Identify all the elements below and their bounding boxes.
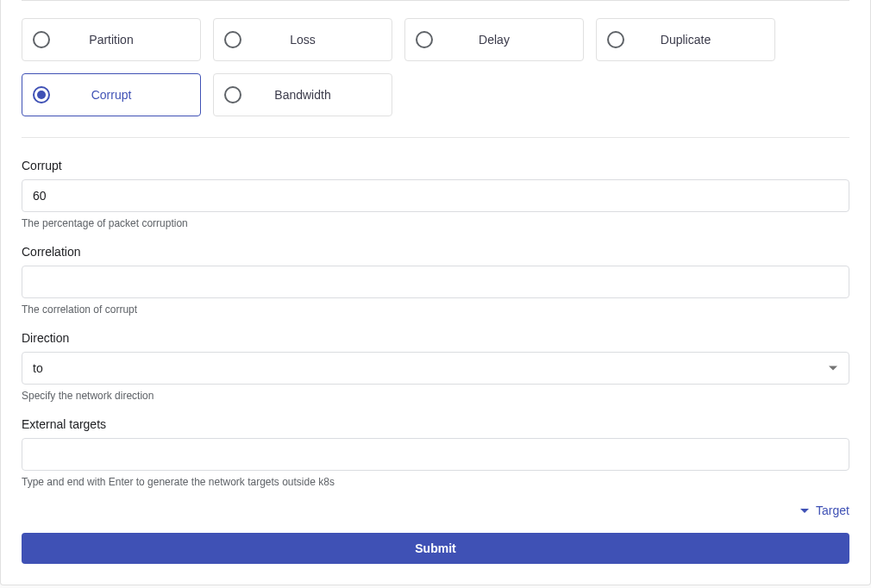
- action-option-label: Partition: [50, 33, 190, 47]
- action-radio-group: Partition Loss Delay Duplicate Corrupt B…: [22, 18, 849, 116]
- direction-field-group: Direction to Specify the network directi…: [22, 331, 849, 402]
- correlation-helper: The correlation of corrupt: [22, 303, 849, 316]
- corrupt-input[interactable]: [22, 179, 849, 212]
- network-chaos-form: Partition Loss Delay Duplicate Corrupt B…: [0, 0, 871, 585]
- radio-icon: [33, 86, 50, 103]
- target-toggle-label: Target: [816, 504, 849, 517]
- external-targets-label: External targets: [22, 417, 849, 431]
- external-targets-field-group: External targets Type and end with Enter…: [22, 417, 849, 488]
- action-option-loss[interactable]: Loss: [213, 18, 392, 61]
- divider-middle: [22, 137, 849, 138]
- external-targets-helper: Type and end with Enter to generate the …: [22, 476, 849, 488]
- corrupt-label: Corrupt: [22, 159, 849, 172]
- caret-down-icon: [800, 509, 809, 513]
- radio-icon: [416, 31, 433, 48]
- direction-label: Direction: [22, 331, 849, 345]
- direction-select-value: to: [22, 352, 849, 385]
- radio-icon: [33, 31, 50, 48]
- action-option-partition[interactable]: Partition: [22, 18, 201, 61]
- action-option-label: Delay: [433, 33, 573, 47]
- action-option-corrupt[interactable]: Corrupt: [22, 73, 201, 116]
- correlation-label: Correlation: [22, 245, 849, 259]
- action-option-label: Corrupt: [50, 88, 190, 102]
- radio-icon: [607, 31, 624, 48]
- caret-down-icon: [829, 366, 837, 371]
- correlation-input[interactable]: [22, 266, 849, 298]
- correlation-field-group: Correlation The correlation of corrupt: [22, 245, 849, 316]
- divider-top: [22, 0, 849, 1]
- corrupt-field-group: Corrupt The percentage of packet corrupt…: [22, 159, 849, 229]
- radio-icon: [224, 86, 241, 103]
- action-option-label: Bandwidth: [241, 88, 381, 102]
- target-expand-toggle[interactable]: Target: [22, 504, 849, 517]
- action-option-bandwidth[interactable]: Bandwidth: [213, 73, 392, 116]
- action-option-label: Duplicate: [624, 33, 764, 47]
- action-option-duplicate[interactable]: Duplicate: [596, 18, 775, 61]
- direction-select[interactable]: to: [22, 352, 849, 385]
- corrupt-helper: The percentage of packet corruption: [22, 217, 849, 229]
- action-option-label: Loss: [241, 33, 381, 47]
- direction-helper: Specify the network direction: [22, 390, 849, 402]
- submit-button[interactable]: Submit: [22, 533, 849, 564]
- action-option-delay[interactable]: Delay: [404, 18, 584, 61]
- radio-icon: [224, 31, 241, 48]
- external-targets-input[interactable]: [22, 438, 849, 471]
